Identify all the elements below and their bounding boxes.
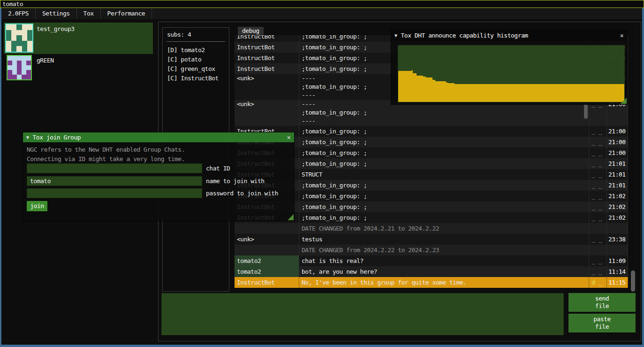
- histogram-window-titlebar[interactable]: ▼ Tox DHT announce capability histogram …: [391, 31, 627, 40]
- indicator-cell: d _: [589, 277, 607, 288]
- field-label: password to join with: [206, 188, 278, 198]
- name-cell: InstructBot: [235, 53, 299, 63]
- name-input[interactable]: [27, 176, 202, 186]
- indicator-cell: _ _: [589, 266, 607, 277]
- time-cell: 21:00: [607, 147, 628, 158]
- join-help-text: NGC refers to the New DHT enabled Group …: [27, 145, 185, 164]
- group-name: test_group3: [37, 25, 75, 32]
- group-name: gREEN: [37, 57, 54, 64]
- group-avatar: [7, 55, 32, 80]
- field-label: chat ID: [206, 163, 230, 173]
- subs-member: [C] green_qtox: [167, 64, 228, 74]
- message-cell: ;tomato_in_group: ;: [299, 201, 589, 212]
- name-cell: <unk>: [235, 74, 299, 100]
- subs-member: [C] potato: [167, 55, 228, 64]
- join-window-titlebar[interactable]: ▼ Tox join Group ✕: [23, 132, 294, 142]
- message-cell: ;tomato_in_group: ;: [299, 191, 589, 201]
- name-input[interactable]: [27, 177, 202, 185]
- chat-id-input[interactable]: [27, 164, 202, 173]
- message-cell: STRUCT: [299, 169, 589, 180]
- paste-file-button[interactable]: paste file: [568, 314, 636, 332]
- histogram-bar: [417, 76, 423, 102]
- subs-member: [C] InstructBot: [167, 74, 228, 83]
- histogram-plot: [398, 45, 625, 102]
- chat-row: DATE CHANGED from 2024.2.22 to 2024.2.23: [235, 245, 628, 255]
- indicator-cell: _ _: [589, 180, 607, 191]
- time-cell: 21:00: [607, 137, 628, 147]
- tab-debug[interactable]: debug: [238, 27, 264, 35]
- subs-member-list: [D] tomato2[C] potato[C] green_qtox[C] I…: [167, 46, 228, 83]
- sidebar-item-gREEN[interactable]: gREEN: [4, 54, 153, 81]
- name-cell: <unk>: [235, 100, 299, 126]
- window-border-left: [0, 8, 1, 347]
- histogram-bar: [435, 81, 446, 102]
- time-cell: 21:01: [607, 169, 628, 180]
- menubar: 2.0FPSSettingsToxPerformance: [1, 8, 642, 19]
- time-cell: 21:02: [607, 201, 628, 212]
- window-titlebar[interactable]: tomato: [0, 0, 644, 8]
- chat-scrollbar[interactable]: [630, 35, 636, 293]
- chat-row: InstructBotNo, I've been in this group f…: [235, 277, 628, 288]
- message-cell: ;tomato_in_group: ;: [299, 126, 589, 137]
- name-cell: [235, 245, 299, 255]
- message-cell: chat is this real?: [299, 255, 589, 266]
- chat-scrollbar-thumb[interactable]: [631, 270, 635, 292]
- indicator-cell: _ _: [589, 137, 607, 147]
- field-label: name to join with: [206, 176, 265, 186]
- chat-id-input[interactable]: [27, 163, 202, 173]
- indicator-cell: _ _: [589, 191, 607, 201]
- time-cell: 11:14: [607, 266, 628, 277]
- time-cell: 11:09: [607, 255, 628, 266]
- name-cell: InstructBot: [235, 35, 299, 42]
- name-cell: InstructBot: [235, 63, 299, 74]
- password-input[interactable]: [27, 188, 202, 198]
- menu-item-settings[interactable]: Settings: [36, 8, 77, 19]
- collapse-arrow-icon[interactable]: ▼: [394, 33, 397, 38]
- message-cell-scrollbar[interactable]: [584, 104, 588, 119]
- close-icon[interactable]: ✕: [287, 134, 290, 141]
- close-icon[interactable]: ✕: [620, 32, 623, 39]
- indicator-cell: _ _: [589, 158, 607, 169]
- time-cell: 21:01: [607, 180, 628, 191]
- name-cell: InstructBot: [235, 277, 299, 288]
- indicator-cell: [589, 245, 607, 255]
- indicator-cell: _ _: [589, 212, 607, 223]
- join-button[interactable]: join: [27, 201, 47, 211]
- time-cell: [607, 245, 628, 255]
- join-window-title: Tox join Group: [33, 134, 287, 141]
- message-cell: DATE CHANGED from 2024.2.21 to 2024.2.22: [299, 223, 589, 234]
- subs-member: [D] tomato2: [167, 46, 228, 55]
- menu-item-2-0fps[interactable]: 2.0FPS: [1, 8, 36, 19]
- time-cell: 11:15: [607, 277, 628, 288]
- resize-grip[interactable]: [621, 98, 627, 104]
- name-cell: tomato2: [235, 266, 299, 277]
- message-input[interactable]: [161, 293, 564, 335]
- window-title: tomato: [2, 0, 23, 8]
- message-cell: DATE CHANGED from 2024.2.22 to 2024.2.23: [299, 245, 589, 255]
- message-cell: No, I've been in this group for quite so…: [299, 277, 589, 288]
- resize-grip[interactable]: [288, 214, 294, 220]
- send-file-button[interactable]: send file: [568, 293, 636, 312]
- time-cell: 21:01: [607, 158, 628, 169]
- histogram-window-title: Tox DHT announce capability histogram: [401, 32, 620, 39]
- histogram-bar: [398, 71, 412, 102]
- indicator-cell: _ _: [589, 126, 607, 137]
- indicator-cell: _ _: [589, 169, 607, 180]
- sidebar-item-test_group3[interactable]: test_group3: [4, 23, 153, 54]
- name-cell: <unk>: [235, 234, 299, 245]
- time-cell: 21:02: [607, 191, 628, 201]
- menu-item-tox[interactable]: Tox: [77, 8, 101, 19]
- window-border-right: [642, 8, 644, 347]
- join-group-window: ▼ Tox join Group ✕ NGC refers to the New…: [23, 132, 295, 221]
- histogram-bar: [413, 73, 417, 102]
- collapse-arrow-icon[interactable]: ▼: [26, 135, 29, 140]
- time-cell: 21:00: [607, 126, 628, 137]
- name-cell: InstructBot: [235, 42, 299, 53]
- message-cell: ;tomato_in_group: ;: [299, 180, 589, 191]
- name-cell: tomato2: [235, 255, 299, 266]
- indicator-cell: _ _: [589, 255, 607, 266]
- menu-item-performance[interactable]: Performance: [101, 8, 152, 19]
- password-input[interactable]: [27, 189, 202, 198]
- histogram-bar: [455, 84, 624, 102]
- indicator-cell: _ _: [589, 201, 607, 212]
